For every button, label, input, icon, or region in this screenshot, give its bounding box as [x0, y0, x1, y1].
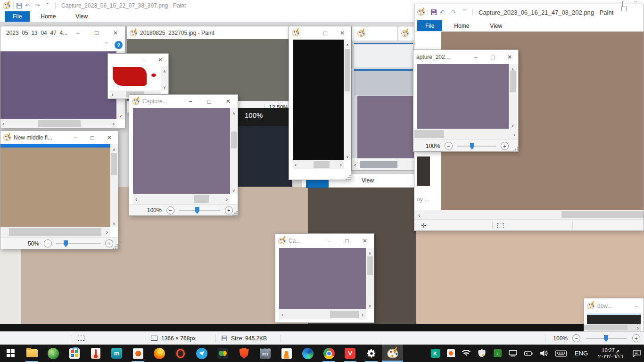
scrollbar-thumb[interactable] [510, 71, 516, 92]
tab-file[interactable]: File [417, 20, 442, 31]
horizontal-scrollbar[interactable] [293, 160, 344, 169]
quick-access-chevron-icon[interactable] [43, 0, 52, 11]
taskbar-maxthon[interactable]: m [106, 345, 127, 362]
scroll-down-icon[interactable] [232, 185, 235, 194]
title-bar[interactable] [108, 54, 168, 66]
title-bar[interactable]: New middle fi... [0, 131, 118, 144]
background-window-file-tab[interactable] [306, 180, 329, 188]
zoom-slider-thumb[interactable] [470, 143, 474, 150]
restore-window-icon[interactable] [622, 1, 623, 10]
close-button[interactable] [101, 131, 118, 144]
title-bar[interactable]: apture_202... [413, 50, 518, 64]
zoom-in-button[interactable]: + [105, 239, 113, 247]
horizontal-scrollbar[interactable] [352, 159, 414, 170]
taskbar-edge[interactable] [297, 345, 318, 362]
maximize-button[interactable] [317, 26, 334, 40]
scrollbar-thumb[interactable] [111, 153, 117, 175]
quick-access-chevron-icon[interactable] [459, 4, 470, 20]
title-bar[interactable]: Capture_2023_06_16_21_47_03_202.png - Pa… [414, 4, 644, 20]
vertical-scrollbar[interactable] [366, 248, 374, 309]
tray-battery[interactable] [524, 348, 533, 359]
scroll-left-icon[interactable] [2, 119, 4, 128]
title-bar[interactable]: Capture... [129, 95, 238, 108]
resize-grip[interactable] [234, 213, 236, 214]
minimize-button[interactable] [320, 234, 338, 248]
scrollbar-thumb[interactable] [314, 161, 330, 168]
scroll-up-icon[interactable] [113, 144, 116, 153]
canvas-image-placeholder[interactable] [0, 144, 110, 227]
image-placeholder[interactable] [417, 156, 430, 186]
scroll-left-icon[interactable] [295, 160, 297, 169]
scrollbar-thumb[interactable] [584, 325, 627, 330]
scroll-left-icon[interactable] [135, 195, 137, 203]
horizontal-scrollbar[interactable] [0, 227, 110, 237]
zoom-slider[interactable] [457, 146, 496, 147]
vertical-scrollbar[interactable] [344, 40, 351, 160]
taskbar-chrome[interactable] [318, 345, 339, 362]
taskbar-microsoft-store[interactable] [64, 345, 85, 362]
zoom-slider[interactable] [179, 210, 220, 211]
scroll-up-icon[interactable] [232, 108, 235, 116]
resize-grip[interactable] [115, 246, 116, 247]
start-button[interactable] [0, 345, 21, 362]
scroll-up-icon[interactable] [346, 40, 349, 48]
scrollbar-thumb[interactable] [38, 120, 81, 127]
help-button[interactable]: ? [115, 41, 123, 49]
image-placeholder[interactable] [0, 324, 644, 331]
taskbar-mpc[interactable]: 321 [255, 345, 276, 362]
scrollbar-thumb[interactable] [414, 130, 444, 138]
canvas-image-placeholder[interactable] [279, 248, 366, 309]
close-button[interactable] [219, 95, 238, 108]
collapse-chevron-icon[interactable] [635, 0, 637, 8]
canvas-image-placeholder[interactable] [293, 40, 344, 160]
image-placeholder[interactable] [238, 126, 292, 187]
canvas-image-placeholder[interactable] [0, 51, 116, 119]
tray-language[interactable]: ENG [573, 348, 589, 359]
canvas-image-placeholder[interactable] [133, 108, 230, 194]
zoom-slider-thumb[interactable] [604, 335, 608, 342]
canvas-image-placeholder[interactable] [417, 64, 509, 129]
maximize-button[interactable] [484, 50, 501, 64]
taskbar-vivaldi[interactable]: V [339, 345, 361, 362]
taskbar-hw-monitor[interactable] [85, 345, 106, 362]
vertical-scrollbar[interactable] [509, 64, 517, 129]
close-button[interactable] [152, 54, 168, 66]
tray-kaspersky[interactable]: K [430, 348, 440, 359]
taskbar-paint[interactable] [382, 345, 403, 362]
scroll-left-icon[interactable] [111, 90, 113, 99]
title-bar[interactable]: 2023_05_13_04_47_4... [0, 26, 125, 39]
zoom-slider[interactable] [56, 243, 101, 244]
tray-display[interactable] [508, 348, 518, 359]
undo-icon[interactable] [22, 0, 33, 11]
maximize-button[interactable] [84, 131, 101, 144]
zoom-slider-thumb[interactable] [195, 207, 199, 214]
minimize-button[interactable] [181, 95, 200, 108]
save-icon[interactable] [431, 9, 437, 15]
scrollbar-thumb[interactable] [9, 228, 101, 236]
thumbnail-placeholder[interactable] [354, 69, 413, 95]
horizontal-scrollbar[interactable] [413, 129, 518, 140]
tab-home[interactable]: Home [447, 20, 476, 31]
scroll-right-icon[interactable] [637, 323, 639, 332]
vertical-scrollbar[interactable] [161, 66, 168, 90]
vertical-scrollbar[interactable] [110, 144, 118, 227]
tray-touch-keyboard[interactable] [555, 348, 567, 359]
redo-icon[interactable] [33, 0, 43, 11]
scroll-down-icon[interactable] [113, 218, 116, 227]
scroll-right-icon[interactable] [106, 228, 108, 236]
close-button[interactable] [501, 50, 518, 64]
scroll-right-icon[interactable] [362, 310, 363, 319]
scrollbar-thumb[interactable] [194, 195, 209, 203]
taskbar-opera[interactable] [170, 345, 191, 362]
scroll-down-icon[interactable] [163, 82, 166, 90]
scroll-left-icon[interactable] [281, 310, 283, 319]
scroll-left-icon[interactable] [354, 160, 356, 169]
tray-clock[interactable]: 10:27 م ٢٠٢٣/٠٦/١٦ [595, 348, 626, 359]
horizontal-scrollbar[interactable] [133, 194, 230, 204]
ribbon-expand-chevron-icon[interactable] [105, 41, 107, 49]
scroll-down-icon[interactable] [119, 111, 122, 119]
tray-photo-app[interactable] [446, 348, 455, 359]
background-window-view-tab[interactable]: View [362, 177, 374, 184]
tray-idm[interactable]: ↓ [493, 348, 502, 359]
scroll-up-icon[interactable] [163, 66, 166, 74]
